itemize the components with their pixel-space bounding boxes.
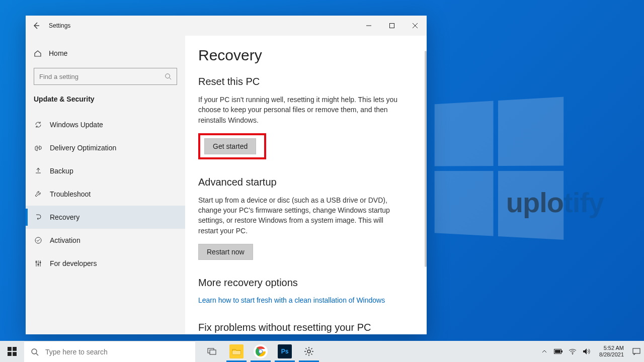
photoshop-icon: Ps bbox=[278, 344, 292, 358]
minimize-button[interactable] bbox=[357, 16, 380, 36]
delivery-icon bbox=[34, 143, 43, 152]
sidebar-item-label: Delivery Optimization bbox=[50, 144, 116, 152]
sidebar-item-windows-update[interactable]: Windows Update bbox=[26, 113, 185, 136]
svg-point-10 bbox=[32, 349, 37, 354]
annotation-highlight: Get started bbox=[198, 133, 266, 159]
sidebar-category: Update & Security bbox=[26, 90, 185, 110]
settings-search-input[interactable] bbox=[39, 73, 160, 80]
chrome-button[interactable] bbox=[249, 341, 273, 362]
content-area: Recovery Reset this PC If your PC isn't … bbox=[185, 36, 427, 334]
svg-rect-22 bbox=[633, 348, 640, 353]
svg-rect-12 bbox=[210, 350, 216, 354]
svg-point-4 bbox=[38, 264, 39, 265]
svg-rect-20 bbox=[555, 350, 560, 353]
wifi-icon[interactable] bbox=[568, 347, 577, 356]
reset-heading: Reset this PC bbox=[198, 76, 414, 87]
start-button[interactable] bbox=[0, 341, 24, 362]
search-icon bbox=[24, 348, 45, 356]
volume-icon[interactable] bbox=[582, 347, 591, 356]
sidebar: Home Update & Security Windows Update bbox=[26, 36, 185, 334]
taskbar-search[interactable] bbox=[24, 341, 195, 362]
home-label: Home bbox=[49, 49, 67, 57]
advanced-heading: Advanced startup bbox=[198, 176, 414, 188]
system-tray: 5:52 AM 8/28/2021 bbox=[537, 341, 644, 362]
sidebar-item-recovery[interactable]: Recovery bbox=[26, 206, 185, 229]
wrench-icon bbox=[34, 190, 43, 199]
start-fresh-link[interactable]: Learn how to start fresh with a clean in… bbox=[198, 296, 385, 304]
svg-point-1 bbox=[166, 74, 170, 78]
backup-icon bbox=[34, 166, 43, 175]
photoshop-button[interactable]: Ps bbox=[273, 341, 297, 362]
clock[interactable]: 5:52 AM 8/28/2021 bbox=[596, 345, 627, 357]
sidebar-item-troubleshoot[interactable]: Troubleshoot bbox=[26, 183, 185, 206]
fix-heading: Fix problems without resetting your PC bbox=[198, 322, 414, 333]
arrow-left-icon bbox=[32, 22, 40, 30]
sync-icon bbox=[34, 120, 43, 129]
settings-search[interactable] bbox=[34, 68, 177, 85]
more-heading: More recovery options bbox=[198, 277, 414, 289]
svg-rect-13 bbox=[232, 351, 240, 354]
section-more-recovery: More recovery options Learn how to start… bbox=[198, 277, 414, 305]
back-button[interactable] bbox=[26, 16, 47, 36]
gear-icon bbox=[302, 344, 316, 358]
svg-point-2 bbox=[35, 237, 41, 243]
recovery-icon bbox=[34, 213, 43, 222]
settings-window: Settings Home bbox=[26, 16, 427, 334]
taskbar-apps: Ps bbox=[195, 341, 321, 362]
tray-chevron-icon[interactable] bbox=[540, 347, 549, 356]
home-icon bbox=[34, 49, 42, 57]
clock-time: 5:52 AM bbox=[599, 345, 624, 351]
file-explorer-button[interactable] bbox=[224, 341, 249, 362]
scrollbar[interactable] bbox=[425, 51, 427, 267]
sidebar-item-label: Troubleshoot bbox=[50, 190, 91, 198]
minimize-icon bbox=[366, 23, 371, 28]
sidebar-item-activation[interactable]: Activation bbox=[26, 229, 185, 252]
clock-date: 8/28/2021 bbox=[599, 351, 624, 358]
advanced-description: Start up from a device or disc (such as … bbox=[198, 195, 405, 236]
task-view-button[interactable] bbox=[200, 341, 224, 362]
settings-taskbar-button[interactable] bbox=[297, 341, 321, 362]
svg-point-3 bbox=[36, 261, 37, 263]
svg-point-5 bbox=[40, 262, 41, 263]
reset-description: If your PC isn't running well, resetting… bbox=[198, 95, 405, 125]
svg-rect-6 bbox=[8, 347, 12, 351]
windows-logo-icon bbox=[8, 347, 17, 356]
taskbar-search-input[interactable] bbox=[45, 348, 195, 356]
file-explorer-icon bbox=[229, 344, 244, 358]
search-icon bbox=[165, 73, 172, 80]
close-icon bbox=[413, 23, 418, 28]
check-circle-icon bbox=[34, 236, 43, 245]
sidebar-item-for-developers[interactable]: For developers bbox=[26, 252, 185, 275]
maximize-icon bbox=[389, 23, 394, 28]
sidebar-item-delivery-optimization[interactable]: Delivery Optimization bbox=[26, 136, 185, 159]
maximize-button[interactable] bbox=[380, 16, 404, 36]
sliders-icon bbox=[34, 259, 43, 268]
close-button[interactable] bbox=[404, 16, 427, 36]
sidebar-item-label: Activation bbox=[50, 236, 80, 244]
section-advanced-startup: Advanced startup Start up from a device … bbox=[198, 176, 414, 260]
svg-rect-7 bbox=[13, 347, 17, 351]
chrome-icon bbox=[254, 344, 268, 358]
page-title: Recovery bbox=[198, 47, 414, 64]
task-view-icon bbox=[207, 347, 217, 355]
get-started-button[interactable]: Get started bbox=[204, 138, 256, 154]
sidebar-nav: Windows Update Delivery Optimization Bac… bbox=[26, 110, 185, 275]
home-nav[interactable]: Home bbox=[26, 43, 185, 64]
svg-rect-0 bbox=[390, 24, 394, 28]
sidebar-item-label: Windows Update bbox=[50, 121, 103, 129]
section-reset-pc: Reset this PC If your PC isn't running w… bbox=[198, 76, 414, 159]
sidebar-item-backup[interactable]: Backup bbox=[26, 159, 185, 183]
svg-rect-19 bbox=[561, 350, 562, 352]
windows-desktop-logo bbox=[435, 97, 569, 245]
window-title: Settings bbox=[49, 22, 70, 29]
battery-icon[interactable] bbox=[554, 347, 563, 356]
svg-point-16 bbox=[259, 350, 262, 353]
sidebar-item-label: For developers bbox=[50, 259, 97, 267]
svg-point-21 bbox=[572, 353, 573, 354]
watermark-text: uplotify bbox=[506, 186, 604, 219]
svg-rect-9 bbox=[13, 352, 17, 356]
restart-now-button[interactable]: Restart now bbox=[198, 244, 253, 260]
notifications-icon[interactable] bbox=[632, 347, 641, 356]
sidebar-item-label: Recovery bbox=[50, 213, 79, 221]
section-fix-problems: Fix problems without resetting your PC bbox=[198, 322, 414, 333]
